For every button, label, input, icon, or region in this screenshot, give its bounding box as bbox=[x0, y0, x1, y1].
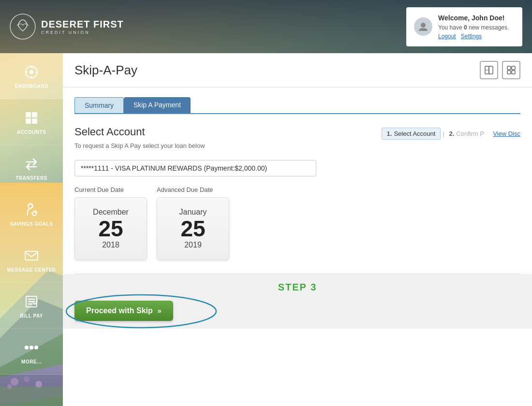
dates-row: Current Due Date December 25 2018 Advanc… bbox=[74, 186, 520, 260]
svg-point-48 bbox=[66, 295, 216, 328]
svg-point-40 bbox=[34, 346, 38, 349]
account-select-wrapper: *****1111 - VISA PLATINUM REWARDS (Payme… bbox=[74, 160, 520, 176]
logo-icon bbox=[10, 14, 36, 40]
sidebar-label-message-center: MESSAGE CENTER bbox=[7, 267, 56, 273]
svg-rect-27 bbox=[26, 112, 31, 117]
select-account-left: Select Account To request a Skip A Pay s… bbox=[74, 126, 205, 156]
current-due-month: December bbox=[93, 208, 129, 217]
svg-point-18 bbox=[10, 14, 35, 39]
svg-rect-30 bbox=[32, 118, 37, 124]
sidebar-item-accounts[interactable]: ACCOUNTS bbox=[0, 99, 63, 145]
sidebar-label-transfers: TRANSFERS bbox=[15, 175, 47, 181]
sidebar-item-bill-pay[interactable]: BILL PAY bbox=[0, 283, 63, 329]
messages-line: You have 0 new messages. bbox=[438, 23, 509, 32]
sidebar: DASHBOARD ACCOUNTS TRANSFERS bbox=[0, 53, 63, 406]
tabs: Summary Skip A Payment bbox=[74, 97, 520, 114]
header-links[interactable]: Logout Settings bbox=[438, 32, 509, 41]
sidebar-label-dashboard: DASHBOARD bbox=[15, 84, 48, 89]
svg-rect-45 bbox=[512, 66, 515, 70]
step-2-num: 2. bbox=[449, 130, 455, 137]
advanced-due-month: January bbox=[179, 208, 207, 217]
sidebar-label-savings-goals: SAVINGS GOALS bbox=[10, 221, 53, 227]
transfers-icon bbox=[23, 155, 40, 173]
current-due-year: 2018 bbox=[102, 241, 119, 249]
svg-point-39 bbox=[30, 346, 33, 349]
settings-link[interactable]: Settings bbox=[461, 32, 482, 41]
step-1: 1. Select Account bbox=[382, 128, 441, 140]
steps-progress: 1. Select Account | 2. Confirm P View Di… bbox=[382, 128, 520, 140]
advanced-due-card: January 25 2019 bbox=[157, 197, 229, 260]
logo-area: Deseret First Credit Union bbox=[10, 14, 124, 40]
bill-pay-icon bbox=[23, 293, 40, 310]
dashboard-icon bbox=[23, 63, 40, 81]
step-2-label: Confirm P bbox=[456, 130, 484, 137]
proceed-highlight-circle bbox=[64, 292, 219, 331]
account-select[interactable]: *****1111 - VISA PLATINUM REWARDS (Payme… bbox=[74, 160, 316, 176]
sidebar-item-savings-goals[interactable]: SAVINGS GOALS bbox=[0, 191, 63, 237]
svg-rect-47 bbox=[512, 71, 515, 74]
svg-point-19 bbox=[421, 23, 426, 28]
section-description: To request a Skip A Pay select your loan… bbox=[74, 142, 205, 149]
section-title: Select Account bbox=[74, 126, 205, 138]
sidebar-item-more[interactable]: MORE... bbox=[0, 329, 63, 375]
content-area: Summary Skip A Payment Select Account To… bbox=[63, 87, 532, 338]
tab-skip-payment[interactable]: Skip A Payment bbox=[124, 97, 191, 113]
step3-area: STEP 3 Proceed with Skip » bbox=[63, 274, 532, 329]
header: Deseret First Credit Union Welcome, John… bbox=[0, 0, 532, 53]
brand-name: Deseret First bbox=[41, 19, 124, 30]
logo-text: Deseret First Credit Union bbox=[41, 19, 124, 35]
user-info-panel: Welcome, John Doe! You have 0 new messag… bbox=[406, 7, 522, 46]
svg-rect-44 bbox=[507, 66, 511, 70]
advanced-due-day: 25 bbox=[180, 217, 205, 241]
svg-rect-28 bbox=[32, 112, 37, 117]
page-title: Skip-A-Pay bbox=[74, 63, 137, 78]
advanced-due-year: 2019 bbox=[184, 241, 202, 249]
svg-rect-46 bbox=[507, 71, 511, 74]
grid-icon-button[interactable] bbox=[502, 61, 520, 79]
svg-rect-42 bbox=[489, 66, 493, 74]
step-separator: | bbox=[443, 130, 444, 137]
current-due-day: 25 bbox=[98, 217, 123, 241]
svg-point-32 bbox=[32, 212, 36, 216]
avatar bbox=[414, 17, 432, 36]
book-icon bbox=[484, 65, 494, 75]
sidebar-label-accounts: ACCOUNTS bbox=[17, 130, 46, 135]
welcome-details: Welcome, John Doe! You have 0 new messag… bbox=[438, 13, 509, 41]
sidebar-item-dashboard[interactable]: DASHBOARD bbox=[0, 53, 63, 99]
current-due-label: Current Due Date bbox=[74, 186, 147, 193]
sidebar-label-more: MORE... bbox=[21, 359, 42, 364]
more-icon bbox=[23, 339, 40, 356]
savings-goals-icon bbox=[23, 201, 40, 218]
select-account-header: Select Account To request a Skip A Pay s… bbox=[74, 126, 520, 156]
svg-rect-29 bbox=[26, 118, 31, 124]
advanced-due-section: Advanced Due Date January 25 2019 bbox=[157, 186, 229, 260]
title-icons bbox=[480, 61, 520, 79]
current-due-section: Current Due Date December 25 2018 bbox=[74, 186, 147, 260]
step-1-num: 1. bbox=[387, 130, 392, 137]
view-disclaimer-link[interactable]: View Disc bbox=[493, 130, 520, 137]
step-2: 2. Confirm P bbox=[446, 128, 488, 139]
accounts-icon bbox=[23, 109, 40, 127]
main-content: Skip-A-Pay Summary bbox=[63, 53, 532, 406]
message-center-icon bbox=[23, 247, 40, 264]
sidebar-item-message-center[interactable]: MESSAGE CENTER bbox=[0, 237, 63, 283]
tab-summary[interactable]: Summary bbox=[74, 97, 124, 113]
svg-rect-33 bbox=[25, 251, 38, 260]
welcome-title: Welcome, John Doe! bbox=[438, 13, 509, 23]
proceed-button-container: Proceed with Skip » bbox=[74, 301, 173, 321]
brand-sub: Credit Union bbox=[41, 30, 124, 35]
sidebar-label-bill-pay: BILL PAY bbox=[20, 313, 43, 319]
page-title-bar: Skip-A-Pay bbox=[63, 53, 532, 87]
current-due-card: December 25 2018 bbox=[74, 197, 147, 260]
step-1-label: Select Account bbox=[394, 130, 435, 137]
sidebar-item-transfers[interactable]: TRANSFERS bbox=[0, 145, 63, 191]
logout-link[interactable]: Logout bbox=[438, 32, 456, 41]
svg-point-38 bbox=[25, 346, 29, 349]
grid-icon bbox=[506, 65, 516, 75]
svg-point-21 bbox=[30, 70, 33, 74]
step3-header: STEP 3 bbox=[74, 282, 520, 293]
book-icon-button[interactable] bbox=[480, 61, 498, 79]
advanced-due-label: Advanced Due Date bbox=[157, 186, 229, 193]
